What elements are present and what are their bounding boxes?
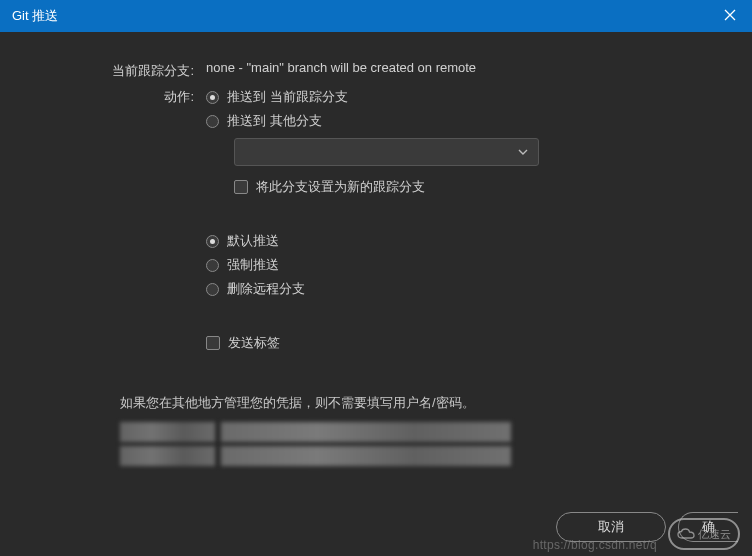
blurred-username-label [120,422,215,442]
checkbox-send-tags[interactable] [206,336,220,350]
dialog-content: 当前跟踪分支: none - "main" branch will be cre… [0,32,752,466]
checkbox-set-tracking[interactable] [234,180,248,194]
tracking-branch-label: 当前跟踪分支: [20,60,206,80]
radio-force-push[interactable] [206,259,219,272]
blurred-username-field [221,422,511,442]
watermark-brand: 亿速云 [698,527,731,542]
watermark-url: https://blog.csdn.net/q [533,538,657,552]
cloud-icon [677,528,695,540]
close-button[interactable] [707,0,752,32]
radio-push-other[interactable] [206,115,219,128]
titlebar: Git 推送 [0,0,752,32]
radio-default-push-label: 默认推送 [227,232,279,250]
blurred-password-field [221,446,511,466]
watermark-logo: 亿速云 [668,518,740,550]
action-label: 动作: [20,86,206,106]
blurred-password-label [120,446,215,466]
chevron-down-icon [518,149,528,155]
radio-push-other-label: 推送到 其他分支 [227,112,322,130]
radio-push-current-label: 推送到 当前跟踪分支 [227,88,348,106]
radio-force-push-label: 强制推送 [227,256,279,274]
cancel-button-label: 取消 [598,518,624,536]
radio-push-current[interactable] [206,91,219,104]
checkbox-send-tags-label: 发送标签 [228,334,280,352]
checkbox-set-tracking-label: 将此分支设置为新的跟踪分支 [256,178,425,196]
credentials-info: 如果您在其他地方管理您的凭据，则不需要填写用户名/密码。 [120,394,732,412]
radio-delete-remote[interactable] [206,283,219,296]
branch-select[interactable] [234,138,539,166]
close-icon [724,8,736,24]
credentials-blurred [120,422,732,466]
window-title: Git 推送 [12,7,707,25]
radio-delete-remote-label: 删除远程分支 [227,280,305,298]
tracking-branch-value: none - "main" branch will be created on … [206,60,732,75]
radio-default-push[interactable] [206,235,219,248]
